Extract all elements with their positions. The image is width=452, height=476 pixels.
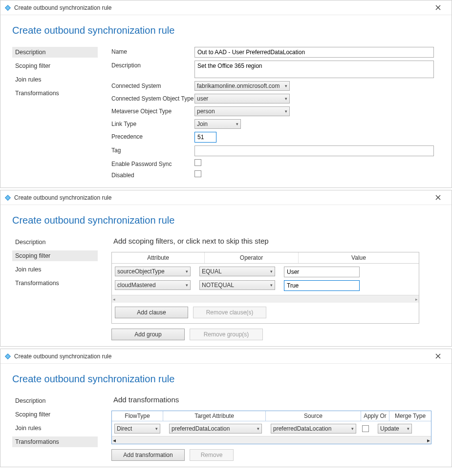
add-transformation-button[interactable]: Add transformation [111,449,185,461]
remove-clauses-button[interactable]: Remove clause(s) [193,307,266,318]
app-icon [4,353,11,360]
chevron-down-icon: ▾ [257,426,259,431]
sidebar-item-label: Transformations [15,280,59,287]
sidebar-item-scoping-filter[interactable]: Scoping filter [12,250,98,261]
transformation-row: Direct▾ preferredDataLocation▾ preferred… [112,421,431,436]
sidebar-item-label: Transformations [15,90,59,97]
scoping-row: sourceObjectType▾ EQUAL▾ [112,264,419,277]
sidebar-item-transformations[interactable]: Transformations [12,88,98,99]
transformations-subtitle: Add transformations [113,395,440,404]
titlebar: Create outbound synchronization rule [0,0,452,15]
scoping-grid-header: Attribute Operator Value [112,252,419,264]
sidebar-item-description[interactable]: Description [12,237,98,248]
scroll-right-icon: ▸ [415,297,418,302]
select-value: fabrikamonline.onmicrosoft.com [197,83,280,89]
app-icon [4,194,11,201]
sidebar-item-join-rules[interactable]: Join rules [12,423,98,434]
select-value: NOTEQUAL [202,282,234,289]
sidebar-item-label: Scoping filter [15,411,50,418]
flowtype-select[interactable]: Direct▾ [114,424,160,434]
horizontal-scrollbar[interactable]: ◂ ▸ [112,295,419,303]
sidebar-item-label: Scoping filter [15,62,50,69]
window-description-step: Create outbound synchronization rule Cre… [0,0,452,188]
sidebar-item-transformations[interactable]: Transformations [12,278,98,289]
transformations-header: FlowType Target Attribute Source Apply O… [112,411,431,421]
sidebar-item-label: Description [15,239,46,246]
label-tag: Tag [111,145,194,154]
close-icon [435,5,441,10]
window-title: Create outbound synchronization rule [14,4,428,11]
select-value: user [197,95,208,102]
sidebar-item-label: Scoping filter [15,252,50,259]
close-button[interactable] [428,350,448,363]
source-select[interactable]: preferredDataLocation▾ [271,424,356,434]
sidebar-item-scoping-filter[interactable]: Scoping filter [12,61,98,71]
mv-object-type-select[interactable]: person▾ [194,106,290,116]
sidebar-item-description[interactable]: Description [12,47,98,58]
connected-system-select[interactable]: fabrikamonline.onmicrosoft.com▾ [194,81,290,91]
titlebar: Create outbound synchronization rule [0,349,452,364]
close-button[interactable] [428,191,448,205]
name-input[interactable] [194,47,434,58]
attribute-select[interactable]: cloudMastered▾ [115,280,191,290]
window-transformations-step: Create outbound synchronization rule Cre… [0,349,452,467]
wizard-sidebar: Description Scoping filter Join rules Tr… [12,395,98,461]
select-value: Direct [117,425,132,432]
link-type-select[interactable]: Join▾ [194,119,241,129]
add-clause-button[interactable]: Add clause [115,307,188,318]
chevron-down-icon: ▾ [186,269,188,274]
header-merge-type: Merge Type [389,411,431,421]
remove-groups-button[interactable]: Remove group(s) [190,329,263,340]
chevron-down-icon: ▾ [351,426,354,431]
select-value: preferredDataLocation [172,425,230,432]
sidebar-item-join-rules[interactable]: Join rules [12,74,98,85]
select-value: cloudMastered [117,282,156,289]
cs-object-type-select[interactable]: user▾ [194,94,290,103]
attribute-select[interactable]: sourceObjectType▾ [115,267,191,276]
chevron-down-icon: ▾ [186,283,188,288]
chevron-down-icon: ▾ [407,426,409,431]
select-value: EQUAL [202,268,222,275]
enable-password-sync-checkbox[interactable] [194,159,201,166]
window-scoping-step: Create outbound synchronization rule Cre… [0,190,452,347]
horizontal-scrollbar[interactable]: ◂ ▸ [112,436,431,444]
sidebar-item-scoping-filter[interactable]: Scoping filter [12,409,98,420]
page-title: Create outbound synchronization rule [12,215,440,226]
add-group-button[interactable]: Add group [111,329,185,340]
sidebar-item-label: Join rules [15,425,42,432]
tag-input[interactable] [194,145,434,156]
header-apply-once: Apply Or [361,411,389,421]
select-value: sourceObjectType [117,268,165,275]
wizard-sidebar: Description Scoping filter Join rules Tr… [12,237,98,340]
form-panel: Name Description Set the Office 365 regi… [111,47,440,182]
disabled-checkbox[interactable] [194,170,201,177]
select-value: Join [197,121,208,127]
merge-type-select[interactable]: Update▾ [378,424,412,434]
titlebar: Create outbound synchronization rule [0,190,452,205]
label-name: Name [111,47,194,55]
chevron-down-icon: ▾ [285,96,287,101]
close-button[interactable] [428,1,448,15]
sidebar-item-description[interactable]: Description [12,395,98,406]
sidebar-item-label: Join rules [15,76,42,83]
operator-select[interactable]: EQUAL▾ [199,267,275,276]
value-input[interactable] [284,280,360,291]
operator-select[interactable]: NOTEQUAL▾ [199,280,275,290]
header-value: Value [299,252,419,263]
value-input[interactable] [284,267,360,277]
page-title: Create outbound synchronization rule [12,373,440,385]
remove-transformation-button[interactable]: Remove [190,449,234,461]
select-value: preferredDataLocation [273,425,331,432]
description-input[interactable]: Set the Office 365 region [194,61,434,78]
window-title: Create outbound synchronization rule [14,194,428,201]
precedence-input[interactable] [194,132,216,143]
sidebar-item-join-rules[interactable]: Join rules [12,264,98,275]
app-icon [4,4,11,11]
target-attribute-select[interactable]: preferredDataLocation▾ [169,424,262,434]
chevron-down-icon: ▾ [155,426,158,431]
sidebar-item-transformations[interactable]: Transformations [12,436,98,447]
scoping-row: cloudMastered▾ NOTEQUAL▾ [112,277,419,291]
chevron-down-icon: ▾ [236,122,238,126]
label-cs-object-type: Connected System Object Type [111,94,194,102]
apply-once-checkbox[interactable] [362,425,369,432]
